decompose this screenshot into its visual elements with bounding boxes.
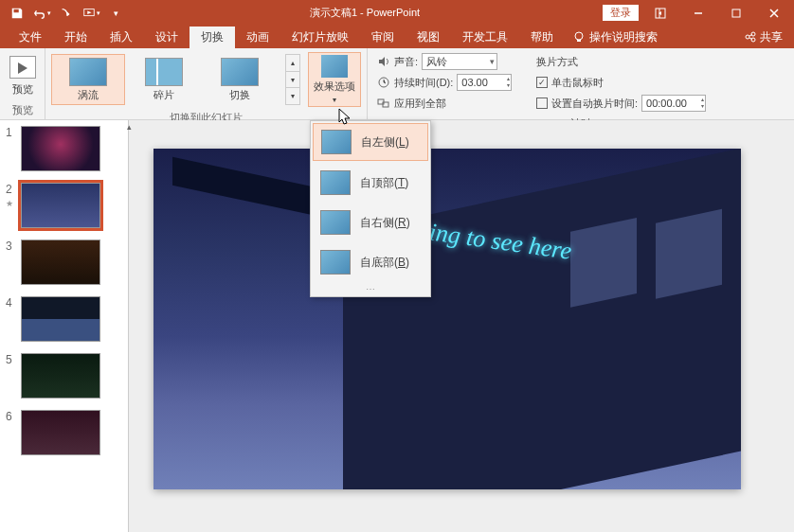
qat-customize-button[interactable]: ▾ <box>104 3 127 24</box>
tab-home[interactable]: 开始 <box>53 27 99 48</box>
slide-item-5[interactable]: 5 <box>0 353 128 399</box>
transition-label: 切换 <box>229 88 250 102</box>
after-spinner[interactable]: 00:00.00 <box>641 95 706 112</box>
ribbon-display-button[interactable] <box>644 3 677 24</box>
close-button[interactable] <box>758 3 790 24</box>
on-click-checkbox[interactable]: ✓ <box>536 77 548 88</box>
dropdown-item-from-left[interactable]: 自左侧(L) <box>313 123 428 161</box>
tab-animations[interactable]: 动画 <box>235 27 280 48</box>
slide-item-3[interactable]: 3 <box>0 239 128 285</box>
effect-options-icon <box>321 55 348 78</box>
ribbon-tabs: 文件 开始 插入 设计 切换 动画 幻灯片放映 审阅 视图 开发工具 帮助 操作… <box>0 26 794 48</box>
transition-label: 碎片 <box>153 88 174 102</box>
transition-label: 涡流 <box>78 88 99 102</box>
slide-thumb <box>21 410 100 455</box>
after-checkbox[interactable] <box>536 98 548 109</box>
sound-label: 声音: <box>394 55 418 69</box>
transitions-gallery: 涡流 碎片 切换 <box>49 52 279 107</box>
group-preview: 预览 预览 <box>0 48 45 119</box>
maximize-button[interactable] <box>720 3 752 24</box>
chevron-down-icon: ▾ <box>333 96 336 104</box>
preview-button[interactable]: 预览 <box>4 52 41 100</box>
svg-rect-3 <box>732 9 740 17</box>
transition-switch[interactable]: 切换 <box>203 54 277 105</box>
slide-number: 6 <box>6 410 17 423</box>
slide-thumb <box>21 296 100 342</box>
slide-thumb <box>21 239 100 285</box>
start-slideshow-button[interactable]: ▾ <box>80 3 102 24</box>
gallery-up-button[interactable]: ▴ <box>286 55 299 72</box>
dropdown-item-from-bottom[interactable]: 自底部(B) <box>311 242 430 282</box>
window-controls: 登录 <box>603 3 794 24</box>
tab-file[interactable]: 文件 <box>8 27 53 48</box>
transition-shred[interactable]: 碎片 <box>127 54 201 105</box>
tab-insert[interactable]: 插入 <box>99 27 144 48</box>
tab-transitions[interactable]: 切换 <box>189 27 235 48</box>
tell-me-label: 操作说明搜索 <box>589 29 658 45</box>
svg-rect-5 <box>577 40 581 42</box>
save-button[interactable] <box>6 3 28 24</box>
slide-thumb <box>21 353 100 399</box>
ribbon: 预览 预览 涡流 碎片 切换 ▴ ▾ ▾ 效果选项 ▾ 切换到此幻灯片 <box>0 48 794 120</box>
tab-review[interactable]: 审阅 <box>360 27 406 48</box>
effect-options-label: 效果选项 <box>314 80 355 94</box>
transition-vortex[interactable]: 涡流 <box>51 54 125 105</box>
slide-canvas-area[interactable]: Nothing to see here <box>135 120 794 532</box>
gallery-more-button[interactable]: ▾ <box>286 88 299 104</box>
direction-bottom-icon <box>320 250 351 275</box>
clock-icon <box>377 76 390 89</box>
slide-item-1[interactable]: 1 <box>0 126 128 171</box>
slide-thumb <box>21 183 100 228</box>
direction-right-icon <box>320 210 351 235</box>
dropdown-label: 自底部(B) <box>360 255 409 271</box>
redo-button[interactable] <box>55 3 78 24</box>
apply-all-button[interactable]: 应用到全部 <box>394 97 446 111</box>
minimize-button[interactable] <box>682 3 714 24</box>
preview-icon <box>9 56 36 79</box>
titlebar: ▾ ▾ ▾ 演示文稿1 - PowerPoint 登录 <box>0 0 794 26</box>
group-timing: 声音: 风铃 持续时间(D): 03.00 应用到全部 换片方式 ✓ 单击鼠标时 <box>368 48 794 119</box>
share-button[interactable]: 共享 <box>732 29 794 45</box>
slide-thumb <box>21 126 100 171</box>
duration-spinner[interactable]: 03.00 <box>457 74 512 91</box>
document-title: 演示文稿1 - PowerPoint <box>127 6 603 20</box>
after-label: 设置自动换片时间: <box>551 97 638 111</box>
sound-combo[interactable]: 风铃 <box>422 53 497 70</box>
bulb-icon <box>572 30 586 44</box>
svg-point-7 <box>751 32 755 36</box>
slide-item-4[interactable]: 4 <box>0 296 128 342</box>
preview-label: 预览 <box>12 82 33 97</box>
transition-thumb <box>69 58 107 86</box>
tab-design[interactable]: 设计 <box>144 27 189 48</box>
transition-thumb <box>221 58 259 86</box>
dropdown-item-from-top[interactable]: 自顶部(T) <box>311 163 430 203</box>
svg-point-6 <box>746 35 749 39</box>
tell-me-search[interactable]: 操作说明搜索 <box>565 29 665 45</box>
slide-item-2[interactable]: 2★ <box>0 183 128 228</box>
direction-top-icon <box>320 170 351 195</box>
effect-options-button[interactable]: 效果选项 ▾ <box>308 52 361 107</box>
tab-help[interactable]: 帮助 <box>519 27 565 48</box>
apply-all-icon <box>377 97 390 110</box>
dropdown-label: 自左侧(L) <box>361 134 409 151</box>
tab-slideshow[interactable]: 幻灯片放映 <box>280 27 360 48</box>
slide-thumbnails-panel[interactable]: 1 2★ 3 4 5 6 <box>0 120 129 532</box>
mouse-cursor <box>338 108 353 131</box>
undo-button[interactable]: ▾ <box>30 3 53 24</box>
tab-view[interactable]: 视图 <box>406 27 451 48</box>
share-label: 共享 <box>760 29 783 45</box>
login-button[interactable]: 登录 <box>603 5 639 21</box>
advance-label: 换片方式 <box>536 55 578 69</box>
dropdown-label: 自右侧(R) <box>360 215 410 231</box>
share-icon <box>744 30 757 44</box>
effect-options-dropdown: 自左侧(L) 自顶部(T) 自右侧(R) 自底部(B) ⋯ <box>310 120 431 297</box>
dropdown-more: ⋯ <box>311 282 430 296</box>
svg-point-8 <box>751 38 755 42</box>
slide-item-6[interactable]: 6 <box>0 410 128 455</box>
gallery-down-button[interactable]: ▾ <box>286 72 299 89</box>
group-label-preview: 预览 <box>0 103 45 119</box>
tab-developer[interactable]: 开发工具 <box>451 27 519 48</box>
dropdown-item-from-right[interactable]: 自右侧(R) <box>311 203 430 242</box>
quick-access-toolbar: ▾ ▾ ▾ <box>0 3 127 24</box>
slide-number: 4 <box>6 296 17 310</box>
